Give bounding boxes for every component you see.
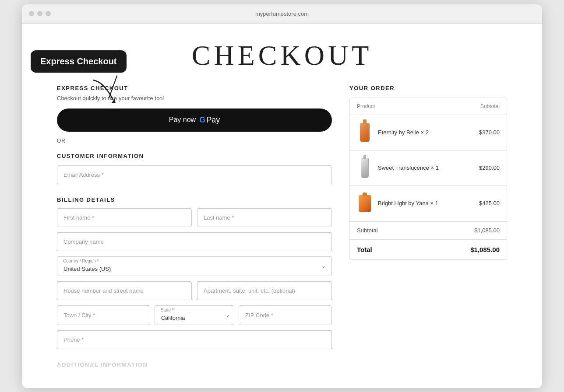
browser-dots — [29, 11, 51, 16]
order-item-3: Bright Light by Yana × 1 $425.00 — [350, 186, 507, 221]
browser-dot-green — [46, 11, 51, 16]
item-name-2: Sweet Translucence × 1 — [378, 164, 474, 171]
perfume-bottle-clear-icon — [361, 158, 369, 178]
billing-title: BILLING DETAILS — [57, 196, 332, 203]
order-table-header: Product Subtotal — [350, 98, 507, 115]
perfume-bottle-orange-icon — [360, 123, 370, 142]
item-name-1: Eternity by Belle × 2 — [378, 129, 474, 136]
product-image-3 — [357, 192, 373, 215]
right-column: YOUR ORDER Product Subtotal Eternity by … — [349, 85, 507, 260]
col-subtotal: Subtotal — [480, 103, 500, 109]
total-value: $1,085.00 — [470, 246, 500, 253]
apt-field[interactable] — [197, 281, 332, 300]
left-column: EXPRESS CHECKOUT Checkout quickly to use… — [57, 85, 332, 371]
city-state-zip-row: State * California ⌄ — [57, 305, 332, 325]
express-checkout-tooltip: Express Checkout — [31, 50, 127, 73]
tooltip-arrow — [91, 78, 117, 106]
browser-dot-yellow — [37, 11, 42, 16]
customer-information-section: CUSTOMER INFORMATION — [57, 153, 332, 189]
first-name-field[interactable] — [57, 208, 192, 227]
state-select-wrapper: State * California ⌄ — [155, 305, 235, 325]
col-product: Product — [357, 103, 375, 109]
zip-field[interactable] — [239, 305, 332, 325]
billing-details-section: BILLING DETAILS Country / Region * Unite… — [57, 196, 332, 354]
gpay-pay-text: Pay now — [169, 116, 196, 124]
additional-title: ADDITIONAL INFORMATION — [57, 361, 332, 368]
city-field[interactable] — [57, 305, 150, 325]
country-select-wrapper: Country / Region * United States (US) ⌄ — [57, 256, 332, 276]
additional-information-section: ADDITIONAL INFORMATION — [57, 361, 332, 368]
subtotal-value: $1,085.00 — [474, 227, 500, 234]
browser-url: myperfumestore.com — [255, 10, 309, 17]
perfume-bottle-bright-icon — [359, 195, 371, 212]
order-table: Product Subtotal Eternity by Belle × 2 $… — [349, 98, 507, 260]
street-field[interactable] — [57, 281, 192, 300]
main-layout: EXPRESS CHECKOUT Checkout quickly to use… — [22, 85, 542, 388]
address-row — [57, 281, 332, 300]
order-title: YOUR ORDER — [349, 85, 507, 91]
gpay-logo: GPay — [199, 116, 220, 125]
email-field[interactable] — [57, 165, 332, 184]
item-price-2: $290.00 — [479, 164, 500, 171]
phone-field[interactable] — [57, 330, 332, 349]
subtotal-label: Subtotal — [357, 227, 378, 234]
item-price-1: $370.00 — [479, 129, 500, 136]
order-subtotal-row: Subtotal $1,085.00 — [350, 221, 507, 239]
order-item-2: Sweet Translucence × 1 $290.00 — [350, 150, 507, 186]
company-name-field[interactable] — [57, 232, 332, 251]
last-name-field[interactable] — [197, 208, 332, 227]
product-image-1 — [357, 121, 373, 144]
name-row — [57, 208, 332, 227]
or-divider: OR — [57, 138, 332, 144]
item-name-3: Bright Light by Yana × 1 — [378, 200, 474, 206]
order-item-1: Eternity by Belle × 2 $370.00 — [350, 115, 507, 150]
browser-window: myperfumestore.com Express Checkout CHEC… — [22, 4, 542, 388]
product-image-2 — [357, 157, 373, 179]
customer-info-title: CUSTOMER INFORMATION — [57, 153, 332, 159]
total-label: Total — [357, 246, 372, 253]
browser-dot-red — [29, 11, 34, 16]
gpay-button[interactable]: Pay now GPay — [57, 108, 332, 132]
country-select[interactable]: United States (US) — [57, 256, 332, 276]
browser-bar: myperfumestore.com — [22, 4, 542, 24]
order-total-row: Total $1,085.00 — [350, 239, 507, 259]
item-price-3: $425.00 — [479, 200, 500, 206]
state-select[interactable]: California — [155, 305, 235, 325]
